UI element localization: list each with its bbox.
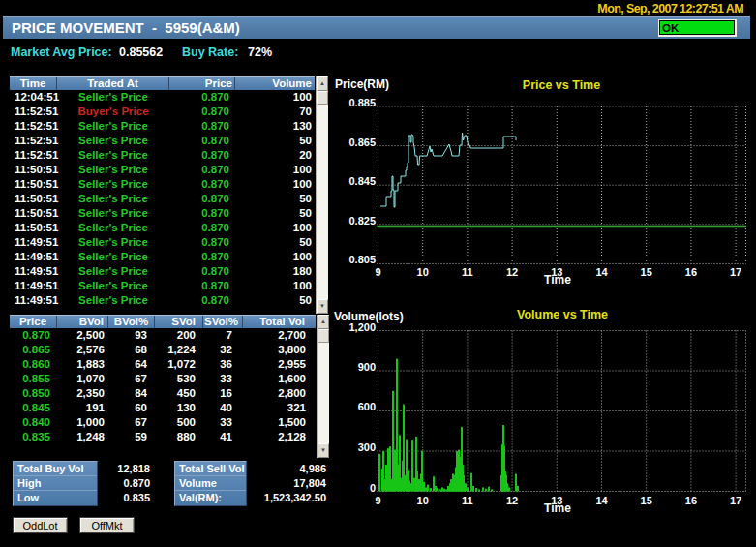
svg-text:12: 12 bbox=[506, 266, 518, 278]
svg-text:0: 0 bbox=[370, 482, 376, 494]
svg-text:14: 14 bbox=[595, 266, 608, 278]
svg-text:15: 15 bbox=[641, 266, 652, 278]
svg-text:9: 9 bbox=[375, 495, 380, 506]
svg-text:15: 15 bbox=[641, 495, 652, 506]
svg-text:17: 17 bbox=[730, 266, 741, 278]
svg-text:300: 300 bbox=[358, 441, 376, 453]
svg-text:Volume vs Time: Volume vs Time bbox=[517, 308, 608, 321]
svg-text:600: 600 bbox=[358, 401, 376, 412]
svg-text:14: 14 bbox=[595, 495, 608, 506]
svg-text:9: 9 bbox=[375, 266, 380, 278]
svg-text:Time: Time bbox=[544, 501, 571, 515]
svg-text:1,200: 1,200 bbox=[348, 321, 376, 333]
svg-text:0.845: 0.845 bbox=[348, 175, 376, 187]
svg-text:Price vs Time: Price vs Time bbox=[523, 78, 600, 92]
svg-text:11: 11 bbox=[462, 495, 473, 506]
svg-text:11: 11 bbox=[462, 266, 473, 278]
svg-text:17: 17 bbox=[730, 495, 741, 506]
svg-text:12: 12 bbox=[506, 495, 518, 506]
svg-text:16: 16 bbox=[685, 266, 697, 278]
svg-text:0.825: 0.825 bbox=[348, 215, 376, 227]
svg-text:16: 16 bbox=[685, 495, 697, 506]
svg-text:10: 10 bbox=[417, 266, 429, 278]
svg-text:0.885: 0.885 bbox=[348, 97, 376, 108]
svg-text:Price(RM): Price(RM) bbox=[335, 77, 389, 91]
svg-text:10: 10 bbox=[417, 495, 429, 506]
svg-text:0.865: 0.865 bbox=[348, 137, 376, 148]
svg-text:0.805: 0.805 bbox=[348, 254, 376, 265]
svg-text:900: 900 bbox=[358, 361, 376, 373]
svg-text:Time: Time bbox=[544, 273, 571, 287]
